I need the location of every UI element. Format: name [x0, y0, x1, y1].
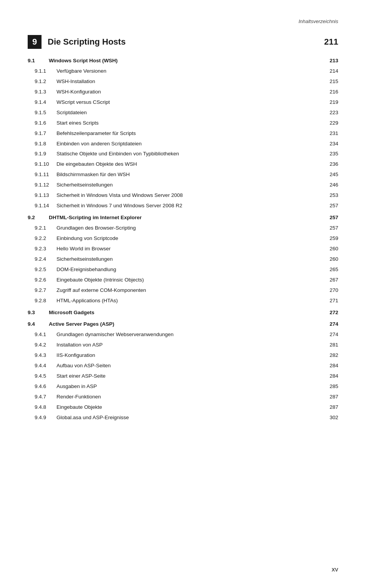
toc-page: 257	[323, 224, 338, 233]
toc-entry-7: 9.1.6Start eines Scripts229	[28, 119, 338, 128]
toc-title: Start eines Scripts	[57, 119, 323, 128]
toc-number: 9.1.9	[28, 150, 57, 158]
toc-entry-18: 9.2.2Einbindung von Scriptcode259	[28, 234, 338, 243]
toc-title: Aufbau von ASP-Seiten	[57, 361, 323, 370]
toc-number: 9.1.5	[28, 108, 57, 117]
toc-title: Befehlszeilenparameter für Scripts	[57, 129, 323, 138]
toc-title: WSH-Konfiguration	[57, 88, 323, 97]
toc-title: Sicherheitseinstellungen	[57, 255, 323, 264]
toc-number: 9.1.3	[28, 88, 57, 97]
toc-entry-30: 9.4.4Aufbau von ASP-Seiten284	[28, 361, 338, 370]
toc-number: 9.1.13	[28, 191, 57, 200]
toc-title: DHTML-Scripting im Internet Explorer	[49, 213, 323, 222]
toc-number: 9.1.12	[28, 181, 57, 190]
toc-number: 9.4.9	[28, 413, 57, 422]
chapter-title-row: 9 Die Scripting Hosts 211	[28, 35, 338, 49]
toc-entry-21: 9.2.5DOM-Ereignisbehandlung265	[28, 265, 338, 274]
toc-number: 9.2.3	[28, 245, 57, 253]
toc-entry-26: 9.4Active Server Pages (ASP)274	[28, 320, 338, 329]
toc-page: 271	[323, 296, 338, 305]
toc-entry-29: 9.4.3IIS-Konfiguration282	[28, 351, 338, 360]
toc-page: 214	[323, 67, 338, 76]
toc-entry-24: 9.2.8HTML-Applications (HTAs)271	[28, 296, 338, 305]
toc-page: 223	[323, 108, 338, 117]
toc-number: 9.4.3	[28, 351, 57, 360]
toc-title: Statische Objekte und Einbinden von Typb…	[57, 150, 323, 158]
footer-page-number: XV	[332, 567, 338, 573]
toc-page: 265	[323, 265, 338, 274]
toc-title: Windows Script Host (WSH)	[49, 57, 323, 65]
toc-number: 9.1.8	[28, 140, 57, 148]
toc-number: 9.4.2	[28, 341, 57, 350]
toc-page: 270	[323, 286, 338, 295]
toc-entry-4: 9.1.3WSH-Konfiguration216	[28, 88, 338, 97]
toc-entry-2: 9.1.1Verfügbare Versionen214	[28, 67, 338, 76]
toc-page: 285	[323, 382, 338, 391]
toc-entry-1: 9.1Windows Script Host (WSH)213	[28, 57, 338, 65]
toc-page: 219	[323, 98, 338, 107]
toc-entry-6: 9.1.5Scriptdateien223	[28, 108, 338, 117]
chapter-title: Die Scripting Hosts	[48, 37, 324, 47]
toc-title: WSH-Installation	[57, 77, 323, 86]
toc-title: Zugriff auf externe COM-Komponenten	[57, 286, 323, 295]
toc-page: 246	[323, 181, 338, 190]
toc-page: 257	[323, 213, 338, 222]
toc-page: 274	[323, 320, 338, 329]
toc-page: 229	[323, 119, 338, 128]
toc-page: 287	[323, 393, 338, 401]
toc-number: 9.1	[28, 57, 49, 65]
toc-number: 9.4.4	[28, 361, 57, 370]
toc-title: Grundlagen dynamischer Webserveranwendun…	[57, 330, 323, 339]
toc-entry-17: 9.2.1Grundlagen des Browser-Scripting257	[28, 224, 338, 233]
toc-entry-12: 9.1.11Bildschirmmasken für den WSH245	[28, 170, 338, 179]
toc-page: 231	[323, 129, 338, 138]
toc-title: Scriptdateien	[57, 108, 323, 117]
header-title: Inhaltsverzeichnis	[299, 18, 338, 24]
toc-title: Sicherheitseinstellungen	[57, 181, 323, 190]
toc-title: Bildschirmmasken für den WSH	[57, 170, 323, 179]
toc-page: 236	[323, 160, 338, 169]
toc-title: Die eingebauten Objekte des WSH	[57, 160, 323, 169]
toc-entry-11: 9.1.10Die eingebauten Objekte des WSH236	[28, 160, 338, 169]
toc-entry-5: 9.1.4WScript versus CScript219	[28, 98, 338, 107]
toc-number: 9.4	[28, 320, 49, 329]
toc-title: Global.asa und ASP-Ereignisse	[57, 413, 323, 422]
toc-number: 9.2.1	[28, 224, 57, 233]
toc-entry-14: 9.1.13Sicherheit in Windows Vista und Wi…	[28, 191, 338, 200]
toc-number: 9.1.10	[28, 160, 57, 169]
toc-page: 235	[323, 150, 338, 158]
toc-title: WScript versus CScript	[57, 98, 323, 107]
toc-page: 282	[323, 351, 338, 360]
toc-entry-3: 9.1.2WSH-Installation215	[28, 77, 338, 86]
toc-page: 272	[323, 308, 338, 317]
toc-title: Einbinden von anderen Scriptdateien	[57, 140, 323, 148]
toc-entry-35: 9.4.9Global.asa und ASP-Ereignisse302	[28, 413, 338, 422]
toc-title: Eingebaute Objekte	[57, 403, 323, 412]
toc-page: 245	[323, 170, 338, 179]
toc-entry-8: 9.1.7Befehlszeilenparameter für Scripts2…	[28, 129, 338, 138]
chapter-number: 9	[28, 35, 42, 49]
toc-number: 9.4.1	[28, 330, 57, 339]
toc-page: 274	[323, 330, 338, 339]
toc-title: Hello World im Browser	[57, 245, 323, 253]
toc-entry-9: 9.1.8Einbinden von anderen Scriptdateien…	[28, 140, 338, 148]
toc-number: 9.2.8	[28, 296, 57, 305]
toc-title: Microsoft Gadgets	[49, 308, 323, 317]
toc-title: Ausgaben in ASP	[57, 382, 323, 391]
toc-entry-20: 9.2.4Sicherheitseinstellungen260	[28, 255, 338, 264]
toc-page: 260	[323, 255, 338, 264]
page-footer: XV	[332, 567, 338, 573]
toc-entry-16: 9.2DHTML-Scripting im Internet Explorer2…	[28, 213, 338, 222]
toc-entry-19: 9.2.3Hello World im Browser260	[28, 245, 338, 253]
toc-number: 9.2.7	[28, 286, 57, 295]
toc-title: Einbindung von Scriptcode	[57, 234, 323, 243]
toc-number: 9.4.8	[28, 403, 57, 412]
toc-page: 284	[323, 361, 338, 370]
toc-title: Render-Funktionen	[57, 393, 323, 401]
toc-entry-34: 9.4.8Eingebaute Objekte287	[28, 403, 338, 412]
toc-page: 287	[323, 403, 338, 412]
toc-entry-25: 9.3Microsoft Gadgets272	[28, 308, 338, 317]
toc-number: 9.2	[28, 213, 49, 222]
page-header: Inhaltsverzeichnis	[28, 18, 338, 24]
toc-entry-27: 9.4.1Grundlagen dynamischer Webserveranw…	[28, 330, 338, 339]
